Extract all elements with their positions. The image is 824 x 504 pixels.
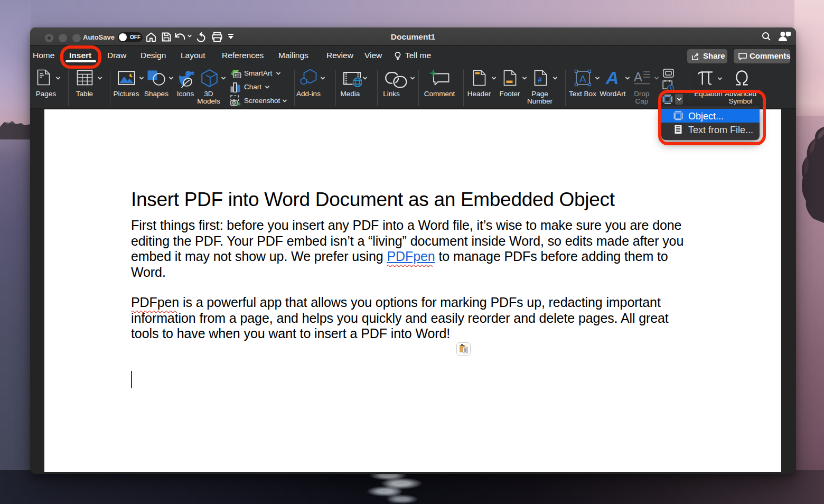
svg-text:A: A [579,73,586,85]
svg-text:#: # [538,76,542,84]
svg-text:A: A [634,70,642,84]
svg-text:A: A [605,69,619,87]
